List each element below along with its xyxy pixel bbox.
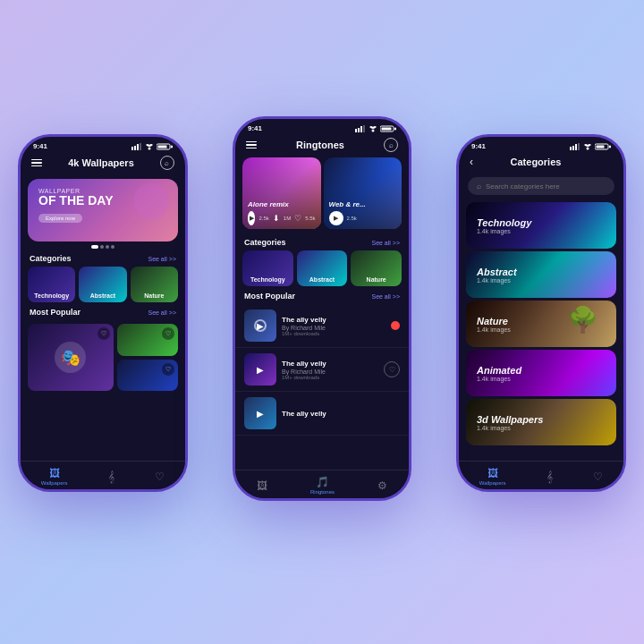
ringtone-card-alone[interactable]: Alone remix ▶ 2.5k ⬇ 1M ♡ 5.5k (242, 157, 321, 229)
phone-left-title: 4k Wallpapers (68, 157, 134, 168)
popular-item-2[interactable]: ♡ (117, 360, 178, 392)
ringtone-title-alone: Alone remix (248, 200, 316, 208)
center-popular-see-all[interactable]: See all >> (371, 293, 400, 300)
search-bar-right[interactable]: ⌕ (468, 177, 614, 195)
category-card-animated[interactable]: Animated 1.4k images (466, 350, 616, 396)
svg-rect-15 (394, 127, 396, 130)
search-input-right[interactable] (486, 182, 606, 191)
svg-rect-9 (358, 128, 360, 132)
ringtone-info-2: The ally velly By Richard Mile 1M+ downl… (282, 360, 378, 380)
recording-dot-1 (391, 321, 400, 330)
explore-button[interactable]: Explore now (38, 214, 82, 223)
center-chip-abstract[interactable]: Abstract (297, 250, 348, 286)
status-icons-center (355, 125, 396, 132)
cat-count-abstract: 1.4k images (477, 277, 517, 284)
category-card-abstract[interactable]: Abstract 1.4k images (466, 251, 616, 298)
cat-overlay-abstract: Abstract 1.4k images (466, 251, 616, 298)
center-popular-header: Most Popular See all >> (235, 286, 409, 304)
ringtone-overlay-alone: Alone remix ▶ 2.5k ⬇ 1M ♡ 5.5k (242, 157, 321, 229)
center-cats-see-all[interactable]: See all >> (371, 240, 400, 246)
ringtone-list-item-3[interactable]: ▶ The ally velly (235, 392, 409, 436)
nav-wallpapers[interactable]: 🖼 Wallpapers (41, 467, 68, 486)
nav-heart[interactable]: ♡ (155, 470, 165, 483)
status-time-center: 9:41 (248, 124, 262, 132)
popular-label: Most Popular (30, 308, 80, 317)
center-chip-technology[interactable]: Technology (242, 250, 293, 286)
search-icon-center[interactable]: ⌕ (384, 138, 398, 152)
ringtone-list-item-2[interactable]: ▶ The ally velly By Richard Mile 1M+ dow… (235, 348, 409, 392)
category-card-nature[interactable]: 🌳 Nature 1.4k images (466, 301, 616, 347)
categories-see-all[interactable]: See all >> (148, 256, 176, 262)
status-time-right: 9:41 (471, 142, 486, 150)
heart-nav-icon: ♡ (155, 470, 165, 483)
heart-btn-2[interactable]: ♡ (162, 363, 174, 376)
phone-right-title: Categories (511, 157, 562, 167)
nav-settings-center[interactable]: ⚙ (377, 479, 387, 492)
center-cat-label-nature: Nature (351, 276, 402, 283)
popular-item-1[interactable]: ♡ (117, 324, 178, 356)
svg-rect-14 (382, 127, 392, 130)
bottom-nav-right: 🖼 Wallpapers 𝄞 ♡ (459, 461, 623, 489)
svg-rect-18 (575, 144, 577, 150)
ringtone-controls-web: ▶ 2.5k (329, 211, 397, 225)
svg-rect-3 (140, 143, 141, 150)
wallpapers-icon-right: 🖼 (487, 467, 498, 479)
ringtone-banner: Alone remix ▶ 2.5k ⬇ 1M ♡ 5.5k Web & re.… (235, 157, 409, 233)
phone-left: 9:41 4k Wallpapers ⌕ WALLPAPER OF THE DA… (18, 134, 188, 492)
music-nav-icon: 𝄞 (108, 470, 114, 483)
category-chip-technology[interactable]: Technology (28, 267, 75, 302)
status-bar-center: 9:41 (235, 119, 409, 134)
status-time-left: 9:41 (33, 142, 47, 150)
center-cat-label-abstract: Abstract (297, 276, 348, 283)
back-button[interactable]: ‹ (470, 156, 473, 168)
menu-icon[interactable] (31, 159, 42, 167)
phone-center-title: Ringtones (296, 140, 344, 150)
cat-overlay-animated: Animated 1.4k images (466, 350, 616, 396)
nav-music[interactable]: 𝄞 (108, 470, 114, 483)
nav-ringtones-center[interactable]: 🎵 Ringtones (310, 476, 335, 495)
ringtone-controls-alone: ▶ 2.5k ⬇ 1M ♡ 5.5k (248, 211, 316, 225)
category-card-technology[interactable]: Technology 1.4k images (466, 202, 616, 249)
heart-btn-list-2[interactable]: ♡ (384, 361, 400, 377)
ringtone-list-item-1[interactable]: ▶ The ally velly By Richard Mile 1M+ dow… (235, 304, 409, 348)
nav-wallpapers-right[interactable]: 🖼 Wallpapers (479, 467, 506, 486)
heart-btn-main[interactable]: ♡ (97, 327, 110, 340)
search-icon-left[interactable]: ⌕ (160, 156, 174, 170)
popular-see-all[interactable]: See all >> (148, 309, 176, 316)
status-icons-right (570, 143, 611, 150)
ringtone-thumb-2: ▶ (244, 353, 276, 386)
ringtone-thumb-3: ▶ (244, 397, 276, 429)
center-chip-nature[interactable]: Nature (351, 250, 402, 286)
hero-banner: WALLPAPER OF THE DAY Explore now (28, 179, 178, 242)
category-card-3d[interactable]: 3d Wallpapers 1.4k images (466, 399, 616, 445)
nav-heart-right[interactable]: ♡ (593, 470, 603, 483)
category-chip-abstract[interactable]: Abstract (79, 267, 126, 302)
popular-section-header: Most Popular See all >> (21, 302, 185, 320)
nav-wallpapers-center[interactable]: 🖼 (257, 479, 267, 492)
svg-rect-19 (578, 143, 580, 150)
cat-count-animated: 1.4k images (477, 376, 521, 382)
play-btn-alone[interactable]: ▶ (248, 211, 255, 225)
ringtone-thumb-1: ▶ (244, 309, 276, 342)
categories-section-header: Categories See all >> (21, 249, 185, 267)
nav-music-right[interactable]: 𝄞 (547, 470, 553, 483)
svg-rect-6 (158, 145, 167, 148)
bottom-nav-left: 🖼 Wallpapers 𝄞 ♡ (21, 461, 185, 489)
wallpapers-icon-center: 🖼 (257, 479, 267, 492)
heart-icon-right: ♡ (593, 470, 603, 483)
popular-item-main[interactable]: 🎭 ♡ (28, 324, 114, 391)
cat-name-animated: Animated (477, 365, 521, 376)
svg-rect-10 (360, 126, 362, 132)
category-chip-nature[interactable]: Nature (131, 267, 178, 302)
cat-count-technology: 1.4k images (477, 228, 531, 234)
play-btn-web[interactable]: ▶ (329, 211, 343, 225)
ringtone-card-web[interactable]: Web & re... ▶ 2.5k (324, 157, 402, 229)
heart-btn-1[interactable]: ♡ (162, 327, 174, 340)
svg-rect-8 (355, 129, 357, 132)
menu-icon-center[interactable] (246, 141, 257, 149)
wallpapers-nav-label: Wallpapers (41, 480, 68, 486)
svg-rect-2 (137, 144, 139, 150)
ringtones-icon-center: 🎵 (316, 476, 329, 488)
cat-name-nature: Nature (477, 316, 511, 326)
svg-rect-7 (171, 145, 173, 148)
